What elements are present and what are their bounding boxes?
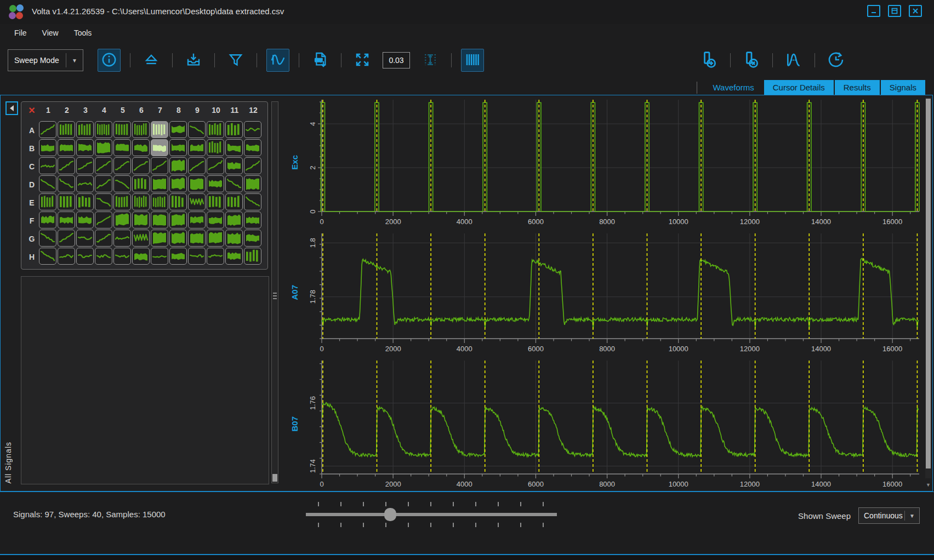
- well-B7[interactable]: [151, 139, 168, 156]
- well-H11[interactable]: [225, 248, 243, 265]
- chart-plot-a07[interactable]: 02000400060008000100001200014000160001.7…: [305, 229, 925, 356]
- well-F12[interactable]: [244, 212, 261, 228]
- well-F3[interactable]: [76, 212, 94, 228]
- tab-results[interactable]: Results: [835, 80, 880, 95]
- plate-column-header[interactable]: 7: [151, 103, 169, 117]
- well-H6[interactable]: [132, 248, 150, 265]
- well-H9[interactable]: [188, 248, 206, 265]
- well-D10[interactable]: [207, 175, 224, 192]
- well-C6[interactable]: [132, 157, 150, 174]
- well-G1[interactable]: [39, 230, 56, 247]
- well-E1[interactable]: [39, 193, 56, 210]
- well-H1[interactable]: [39, 248, 56, 265]
- panel-splitter[interactable]: [271, 101, 278, 483]
- plate-column-header[interactable]: 1: [39, 103, 58, 117]
- well-D5[interactable]: [113, 175, 131, 192]
- well-A12[interactable]: [244, 121, 261, 138]
- well-D3[interactable]: [76, 175, 94, 192]
- charts-scrollbar[interactable]: ▼: [925, 98, 931, 489]
- well-F2[interactable]: [58, 212, 75, 228]
- well-E10[interactable]: [207, 193, 224, 210]
- well-F6[interactable]: [132, 212, 150, 228]
- well-A9[interactable]: [188, 121, 206, 138]
- measure-range-button[interactable]: [419, 49, 442, 72]
- well-C9[interactable]: [188, 157, 206, 174]
- filter-button[interactable]: [224, 49, 247, 72]
- well-G12[interactable]: [244, 230, 261, 247]
- well-E2[interactable]: [58, 193, 75, 210]
- sweep-position-slider[interactable]: [306, 499, 557, 530]
- peak-detect-button[interactable]: [782, 49, 805, 72]
- well-B11[interactable]: [225, 139, 243, 156]
- scrollbar-thumb[interactable]: [926, 99, 931, 468]
- well-B2[interactable]: [58, 139, 75, 156]
- well-G2[interactable]: [58, 230, 75, 247]
- sweep-bars-button[interactable]: [461, 49, 484, 72]
- well-D8[interactable]: [169, 175, 187, 192]
- well-E12[interactable]: [244, 193, 261, 210]
- well-B4[interactable]: [95, 139, 112, 156]
- plate-column-header[interactable]: 10: [207, 103, 225, 117]
- plate-row-header[interactable]: F: [25, 212, 39, 230]
- collapse-panel-button[interactable]: [5, 101, 18, 115]
- well-B5[interactable]: [113, 139, 131, 156]
- shown-sweep-select[interactable]: Continuous ▼: [858, 507, 920, 524]
- well-H3[interactable]: [76, 248, 94, 265]
- plate-column-header[interactable]: 8: [169, 103, 188, 117]
- well-G3[interactable]: [76, 230, 94, 247]
- well-A5[interactable]: [113, 121, 131, 138]
- scrollbar-thumb[interactable]: [272, 474, 277, 482]
- well-H4[interactable]: [95, 248, 112, 265]
- plate-row-header[interactable]: H: [25, 248, 39, 266]
- well-E8[interactable]: [169, 193, 187, 210]
- threshold-input[interactable]: 0.03: [383, 52, 410, 68]
- close-button[interactable]: [909, 5, 922, 17]
- slider-track[interactable]: [306, 513, 557, 516]
- well-D9[interactable]: [188, 175, 206, 192]
- well-D6[interactable]: [132, 175, 150, 192]
- well-F9[interactable]: [188, 212, 206, 228]
- menu-tools[interactable]: Tools: [66, 26, 100, 39]
- clear-selection-button[interactable]: ✕: [28, 105, 35, 116]
- well-C8[interactable]: [169, 157, 187, 174]
- well-F11[interactable]: [225, 212, 243, 228]
- well-A2[interactable]: [58, 121, 75, 138]
- info-button[interactable]: [98, 49, 121, 72]
- plate-row-header[interactable]: D: [25, 175, 39, 193]
- chart-plot-b07[interactable]: 02000400060008000100001200014000160001.7…: [305, 356, 925, 492]
- well-C1[interactable]: [39, 157, 56, 174]
- plate-column-header[interactable]: 6: [132, 103, 151, 117]
- well-C10[interactable]: [207, 157, 224, 174]
- well-H7[interactable]: [151, 248, 168, 265]
- slider-thumb[interactable]: [384, 508, 396, 521]
- well-H8[interactable]: [169, 248, 187, 265]
- well-E6[interactable]: [132, 193, 150, 210]
- plate-row-header[interactable]: E: [25, 193, 39, 212]
- well-B3[interactable]: [76, 139, 94, 156]
- well-E3[interactable]: [76, 193, 94, 210]
- well-G8[interactable]: [169, 230, 187, 247]
- well-D12[interactable]: [244, 175, 261, 192]
- well-B10[interactable]: [207, 139, 224, 156]
- plate-column-header[interactable]: 12: [244, 103, 263, 117]
- tab-waveforms[interactable]: Waveforms: [704, 80, 762, 95]
- well-G6[interactable]: [132, 230, 150, 247]
- export-csv-button[interactable]: CSV: [309, 49, 332, 72]
- signal-list[interactable]: [21, 276, 269, 484]
- well-B6[interactable]: [132, 139, 150, 156]
- maximize-button[interactable]: [888, 5, 901, 17]
- all-signals-tab[interactable]: All Signals: [4, 442, 15, 483]
- well-C3[interactable]: [76, 157, 94, 174]
- well-E7[interactable]: [151, 193, 168, 210]
- well-C5[interactable]: [113, 157, 131, 174]
- fit-view-button[interactable]: [351, 49, 374, 72]
- well-A6[interactable]: [132, 121, 150, 138]
- well-B1[interactable]: [39, 139, 56, 156]
- plate-row-header[interactable]: G: [25, 230, 39, 248]
- well-A4[interactable]: [95, 121, 112, 138]
- well-F5[interactable]: [113, 212, 131, 228]
- well-H12[interactable]: [244, 248, 261, 265]
- well-A7[interactable]: [151, 121, 168, 138]
- well-E5[interactable]: [113, 193, 131, 210]
- well-F7[interactable]: [151, 212, 168, 228]
